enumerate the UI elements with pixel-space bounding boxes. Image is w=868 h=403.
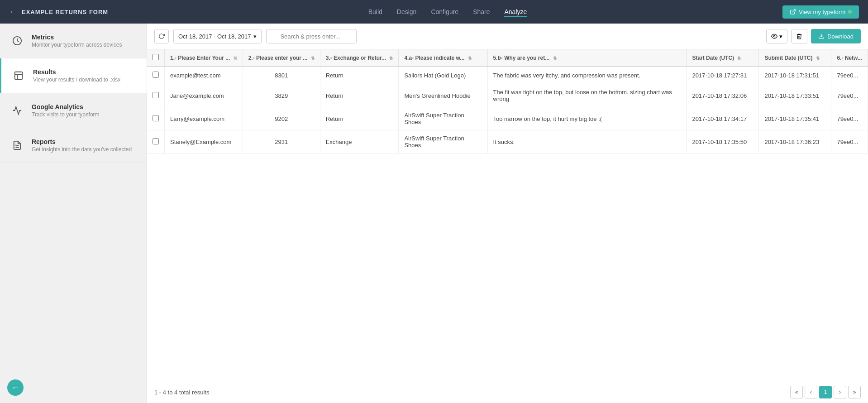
table-row: example@test.com 8301 Return Sailors Hat… (147, 67, 868, 84)
row-submit-date-0: 2017-10-18 17:31:51 (759, 67, 831, 84)
svg-point-7 (773, 35, 775, 37)
tab-design[interactable]: Design (397, 6, 417, 17)
current-page-button[interactable]: 1 (819, 386, 832, 398)
row-why-3: It sucks. (487, 130, 687, 154)
metrics-icon (9, 33, 25, 49)
table-body: example@test.com 8301 Return Sailors Hat… (147, 67, 868, 154)
download-icon (818, 33, 825, 39)
sidebar-back-button[interactable]: ← (7, 379, 24, 396)
online-indicator (848, 10, 852, 14)
row-start-date-2: 2017-10-18 17:34:17 (687, 107, 759, 130)
header-why[interactable]: 5.b- Why are you ret... ⇅ (487, 49, 687, 67)
dropdown-arrow-icon: ▾ (253, 33, 257, 40)
refresh-button[interactable] (154, 29, 169, 43)
tab-analyze[interactable]: Analyze (504, 6, 527, 17)
row-checkbox-1[interactable] (153, 92, 159, 98)
search-input[interactable] (266, 29, 357, 43)
table-row: Stanely@Example.com 2931 Exchange AirSwi… (147, 130, 868, 154)
download-button[interactable]: Download (811, 29, 861, 43)
header-num[interactable]: 2.- Please enter your ... ⇅ (243, 49, 320, 67)
sort-start-date-icon: ⇅ (737, 56, 741, 61)
row-checkbox-cell (147, 107, 165, 130)
header-num-label: 2.- Please enter your ... (248, 55, 308, 61)
results-label: Results (33, 68, 120, 76)
row-checkbox-3[interactable] (153, 138, 159, 144)
results-icon (10, 67, 27, 84)
eye-button[interactable]: ▾ (766, 29, 787, 43)
row-num-2: 9202 (243, 107, 320, 130)
header-start-date-label: Start Date (UTC) (692, 55, 734, 61)
tab-configure[interactable]: Configure (431, 6, 458, 17)
google-analytics-text: Google Analytics Track visits to your ty… (32, 103, 100, 118)
prev-page-button[interactable]: ‹ (805, 386, 817, 398)
nav-back-icon[interactable]: ← (9, 7, 17, 17)
table-wrapper[interactable]: 1.- Please Enter Your ... ⇅ 2.- Please e… (147, 49, 868, 381)
header-network[interactable]: 6.- Netw... (831, 49, 868, 67)
row-num-3: 2931 (243, 130, 320, 154)
header-submit-date[interactable]: Submit Date (UTC) ⇅ (759, 49, 831, 67)
date-range-value: Oct 18, 2017 - Oct 18, 2017 (178, 33, 251, 40)
row-indicate-0: Sailors Hat (Gold Logo) (399, 67, 487, 84)
header-start-date[interactable]: Start Date (UTC) ⇅ (687, 49, 759, 67)
table-row: Larry@example.com 9202 Return AirSwift S… (147, 107, 868, 130)
sort-num-icon: ⇅ (311, 56, 315, 61)
tab-share[interactable]: Share (473, 6, 490, 17)
nav-left: ← EXAMPLE RETURNS FORM (9, 7, 127, 17)
search-wrapper: 🔍 (266, 29, 357, 43)
row-num-0: 8301 (243, 67, 320, 84)
sidebar-item-results[interactable]: Results View your results / download to … (0, 58, 147, 93)
header-exchange[interactable]: 3.- Exchange or Retur... ⇅ (320, 49, 399, 67)
row-indicate-2: AirSwift Super Traction Shoes (399, 107, 487, 130)
header-email-label: 1.- Please Enter Your ... (170, 55, 230, 61)
header-indicate[interactable]: 4.a- Please indicate w... ⇅ (399, 49, 487, 67)
row-num-1: 3829 (243, 84, 320, 107)
date-picker[interactable]: Oct 18, 2017 - Oct 18, 2017 ▾ (173, 29, 262, 43)
results-text: Results View your results / download to … (33, 68, 120, 83)
row-network-1: 79ee0... (831, 84, 868, 107)
row-start-date-3: 2017-10-18 17:35:50 (687, 130, 759, 154)
header-exchange-label: 3.- Exchange or Retur... (326, 55, 386, 61)
row-checkbox-cell (147, 130, 165, 154)
delete-button[interactable] (791, 29, 807, 43)
next-page-button[interactable]: › (834, 386, 846, 398)
form-title: EXAMPLE RETURNS FORM (22, 9, 108, 15)
header-email[interactable]: 1.- Please Enter Your ... ⇅ (165, 49, 243, 67)
tab-build[interactable]: Build (368, 6, 382, 17)
reports-icon (9, 137, 25, 154)
row-indicate-3: AirSwift Super Traction Shoes (399, 130, 487, 154)
google-analytics-label: Google Analytics (32, 103, 100, 110)
google-analytics-icon (9, 102, 25, 119)
sidebar-item-google-analytics[interactable]: Google Analytics Track visits to your ty… (0, 93, 147, 128)
header-network-label: 6.- Netw... (837, 55, 862, 61)
row-checkbox-0[interactable] (153, 72, 159, 78)
reports-text: Reports Get insights into the data you'v… (32, 138, 132, 153)
table-header-row: 1.- Please Enter Your ... ⇅ 2.- Please e… (147, 49, 868, 67)
row-why-1: The fit was tight on the top, but loose … (487, 84, 687, 107)
sidebar-item-reports[interactable]: Reports Get insights into the data you'v… (0, 128, 147, 163)
sidebar-item-metrics[interactable]: Metrics Monitor your typeform across dev… (0, 24, 147, 58)
metrics-label: Metrics (32, 34, 122, 41)
toolbar-right: ▾ Download (766, 29, 861, 43)
row-submit-date-1: 2017-10-18 17:33:51 (759, 84, 831, 107)
row-checkbox-cell (147, 84, 165, 107)
eye-dropdown-icon: ▾ (779, 33, 782, 40)
pagination-controls: « ‹ 1 › » (790, 386, 861, 398)
sort-submit-date-icon: ⇅ (816, 56, 820, 61)
header-why-label: 5.b- Why are you ret... (493, 55, 550, 61)
row-checkbox-2[interactable] (153, 115, 159, 121)
row-start-date-1: 2017-10-18 17:32:06 (687, 84, 759, 107)
view-typeform-button[interactable]: View my typeform (782, 5, 859, 19)
sidebar-back-icon: ← (11, 383, 19, 393)
nav-right: View my typeform (768, 5, 859, 19)
last-page-button[interactable]: » (848, 386, 861, 398)
row-indicate-1: Men's Greenlined Hoodie (399, 84, 487, 107)
select-all-checkbox[interactable] (153, 54, 159, 60)
row-email-3: Stanely@Example.com (165, 130, 243, 154)
pagination-bar: 1 - 4 to 4 total results « ‹ 1 › » (147, 381, 868, 403)
view-typeform-label: View my typeform (799, 9, 845, 15)
sort-exchange-icon: ⇅ (389, 56, 393, 61)
sort-email-icon: ⇅ (234, 56, 237, 61)
row-start-date-0: 2017-10-18 17:27:31 (687, 67, 759, 84)
first-page-button[interactable]: « (790, 386, 803, 398)
row-submit-date-2: 2017-10-18 17:35:41 (759, 107, 831, 130)
